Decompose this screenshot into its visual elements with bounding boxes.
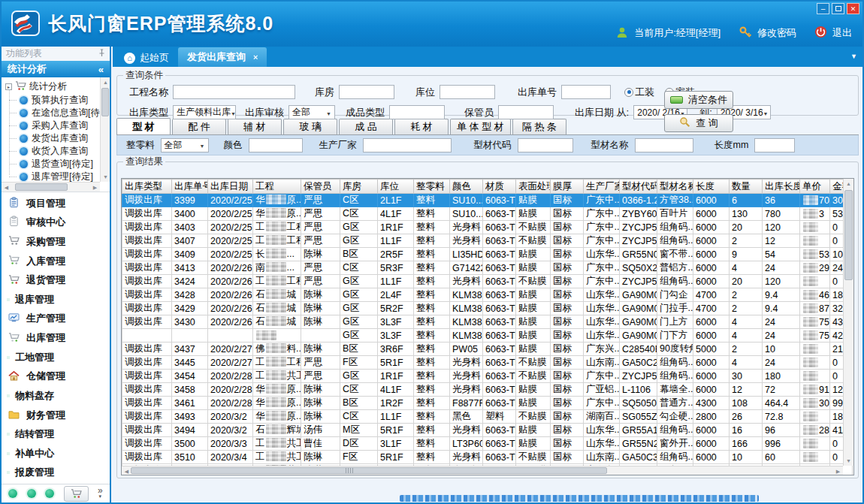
- logout-link[interactable]: 退出: [832, 26, 852, 40]
- table-row[interactable]: 调拨出库34132020/2/26南...严思C区5R3F整料G71422606…: [122, 261, 853, 275]
- sidebar-item-补单中心[interactable]: 补单中心: [2, 445, 110, 463]
- grid-vertical-scrollbar[interactable]: [843, 179, 853, 466]
- column-header-color[interactable]: 颜色: [450, 180, 483, 194]
- column-header-outlen[interactable]: 出库长度: [763, 180, 800, 194]
- table-row[interactable]: 调拨出库34542020/2/28工共工程严思G区1R1F整料光身料6063-T…: [122, 370, 853, 383]
- column-header-whole[interactable]: 整零料: [414, 180, 450, 194]
- column-header-qty[interactable]: 数量: [730, 180, 763, 194]
- order-no-input[interactable]: [561, 85, 611, 99]
- sidebar-item-结转管理[interactable]: 结转管理: [2, 425, 110, 443]
- footer-overflow-button[interactable]: »▾: [98, 487, 103, 499]
- tree-horizontal-scrollbar[interactable]: [2, 182, 100, 192]
- project-name-input[interactable]: [173, 85, 295, 99]
- table-row[interactable]: 调拨出库35102020/3/4工共工程陈琳F区5R1F整料光身料6063-T5…: [122, 451, 853, 464]
- tree-item[interactable]: 预算执行查询: [2, 94, 110, 107]
- table-row[interactable]: 调拨出库34372020/2/27佛料...陈琳B区3R6F整料PW056063…: [122, 343, 853, 356]
- tree-root[interactable]: 统计分析: [2, 80, 110, 94]
- color-input[interactable]: [249, 138, 303, 152]
- sidebar-item-出库管理[interactable]: 出库管理: [2, 329, 110, 347]
- keeper-input[interactable]: [498, 105, 554, 119]
- scroll-down-icon[interactable]: [844, 456, 853, 466]
- pin-icon[interactable]: [98, 49, 105, 59]
- whole-piece-select[interactable]: 全部: [161, 138, 209, 152]
- scroll-up-icon[interactable]: [844, 179, 853, 189]
- column-header-code[interactable]: 型材代码: [620, 180, 657, 194]
- tab-overflow-icon[interactable]: [850, 53, 857, 60]
- table-row[interactable]: 调拨出库33992020/2/25华原...严思C区2L1F整料SU10...6…: [122, 194, 853, 207]
- sidebar-item-财务管理[interactable]: 财务管理: [2, 406, 110, 424]
- sidebar-item-仓储管理[interactable]: 仓储管理: [2, 367, 110, 385]
- tree-item[interactable]: 退货查询[待定]: [2, 158, 110, 171]
- sidebar-item-生产管理[interactable]: 生产管理: [2, 309, 110, 327]
- footer-shortcut-icon[interactable]: [8, 489, 17, 498]
- table-row[interactable]: 调拨出库34032020/2/25工工程严思G区1R1F整料光身料6063-T5…: [122, 221, 853, 234]
- length-input[interactable]: [754, 138, 795, 152]
- clear-conditions-button[interactable]: 清空条件: [664, 91, 733, 109]
- scroll-right-icon[interactable]: [90, 183, 100, 192]
- column-header-name[interactable]: 型材名称: [657, 180, 693, 194]
- column-header-mat[interactable]: 材质: [483, 180, 516, 194]
- tab-shipment-outbound-query[interactable]: 发货出库查询 ×: [178, 47, 267, 67]
- scroll-right-icon[interactable]: [833, 466, 843, 475]
- table-row[interactable]: 调拨出库34242020/2/26工工程严思G区1L1F整料光身料6063-T5…: [122, 275, 853, 288]
- sidebar-item-审核中心[interactable]: 审核中心: [2, 213, 110, 231]
- column-header-wh[interactable]: 库房: [340, 180, 378, 194]
- tree-expander-icon[interactable]: [5, 83, 12, 90]
- column-header-maker[interactable]: 生产厂家: [584, 180, 620, 194]
- column-header-no[interactable]: 出库单号: [172, 180, 208, 194]
- profile-name-input[interactable]: [635, 138, 693, 152]
- product-type-input[interactable]: [389, 105, 445, 119]
- sidebar-item-报废管理[interactable]: 报废管理: [2, 463, 110, 481]
- table-row[interactable]: 调拨出库34292020/2/26石城陈琳G区5R2F整料KLM38176063…: [122, 302, 853, 315]
- collapse-icon[interactable]: «: [98, 64, 104, 75]
- search-button[interactable]: 查 询: [664, 114, 733, 132]
- material-tab[interactable]: 型 材: [116, 118, 171, 134]
- table-row[interactable]: 调拨出库35002020/3/3工共工程曹佳D区3L1F整料LT3P606063…: [122, 437, 853, 451]
- column-header-proj[interactable]: 工程: [253, 180, 301, 194]
- out-type-select[interactable]: 生产领料出库: [173, 105, 236, 119]
- footer-shortcut-icon[interactable]: [27, 489, 36, 498]
- minimize-button[interactable]: [817, 3, 829, 14]
- tab-close-icon[interactable]: ×: [253, 53, 258, 62]
- column-header-surf[interactable]: 表面处理: [516, 180, 551, 194]
- tree-item[interactable]: 收货入库查询: [2, 145, 110, 158]
- table-row[interactable]: 调拨出库34942020/3/2石辉城汤伟M区5R1F整料光身料6063-T5贴…: [122, 424, 853, 437]
- tree-item[interactable]: 采购入库查询: [2, 119, 110, 132]
- table-row[interactable]: 调拨出库34302020/2/26石城陈琳G区3L3F整料KLM38176063…: [122, 315, 853, 329]
- footer-shortcut-icon[interactable]: [45, 489, 54, 498]
- sidebar-item-退货管理[interactable]: 退货管理: [2, 271, 110, 289]
- footer-cart-button[interactable]: [64, 486, 89, 502]
- column-header-date[interactable]: 出库日期: [208, 180, 253, 194]
- change-password-link[interactable]: 修改密码: [757, 26, 796, 40]
- maximize-button[interactable]: [832, 3, 844, 14]
- table-row[interactable]: 调拨出库34092020/2/25长...陈琳B区2R5F整料LI35HD606…: [122, 248, 853, 261]
- sidebar-item-入库管理[interactable]: 入库管理: [2, 252, 110, 270]
- table-row[interactable]: G区3L3F整料KLM38176063-T5贴膜国标山东华...GA90M09.…: [122, 329, 853, 343]
- column-header-loc[interactable]: 库位: [378, 180, 414, 194]
- profile-code-input[interactable]: [518, 138, 573, 152]
- sidebar-item-物料盘存[interactable]: 物料盘存: [2, 387, 110, 405]
- audit-select[interactable]: 全部: [289, 105, 335, 119]
- grid-horizontal-scrollbar[interactable]: [122, 466, 843, 475]
- table-row[interactable]: 调拨出库34612020/2/28华原...陈琳B区1R2F整料F8877FT6…: [122, 397, 853, 410]
- column-header-keeper[interactable]: 保管员: [301, 180, 340, 194]
- location-input[interactable]: [440, 85, 495, 99]
- column-header-len[interactable]: 长度: [693, 180, 730, 194]
- tree-item[interactable]: 发货出库查询: [2, 132, 110, 145]
- scroll-up-icon[interactable]: [101, 77, 110, 87]
- tree-vertical-scrollbar[interactable]: [100, 77, 110, 182]
- sidebar-item-采购管理[interactable]: 采购管理: [2, 233, 110, 251]
- scroll-down-icon[interactable]: [101, 172, 110, 182]
- table-row[interactable]: 调拨出库34072020/2/25工工程严思G区1L1F整料光身料6063-T5…: [122, 234, 853, 248]
- close-button[interactable]: [847, 3, 859, 14]
- column-header-type[interactable]: 出库类型: [122, 180, 172, 194]
- table-row[interactable]: 调拨出库34932020/3/2华原...陈琳C区1L1F整料黑色塑料不贴膜国标…: [122, 410, 853, 424]
- manufacturer-input[interactable]: [363, 138, 452, 152]
- radio-gongzhuang[interactable]: [624, 88, 633, 97]
- table-row[interactable]: 调拨出库34002020/2/25华原...严思C区4L1F整料SU10...6…: [122, 207, 853, 221]
- warehouse-input[interactable]: [339, 85, 394, 99]
- column-header-film[interactable]: 膜厚: [551, 180, 584, 194]
- table-row[interactable]: 调拨出库34282020/2/26石城陈琳G区2L4F整料KLM38176063…: [122, 288, 853, 302]
- column-header-price[interactable]: 单价: [800, 180, 830, 194]
- scroll-left-icon[interactable]: [2, 183, 11, 192]
